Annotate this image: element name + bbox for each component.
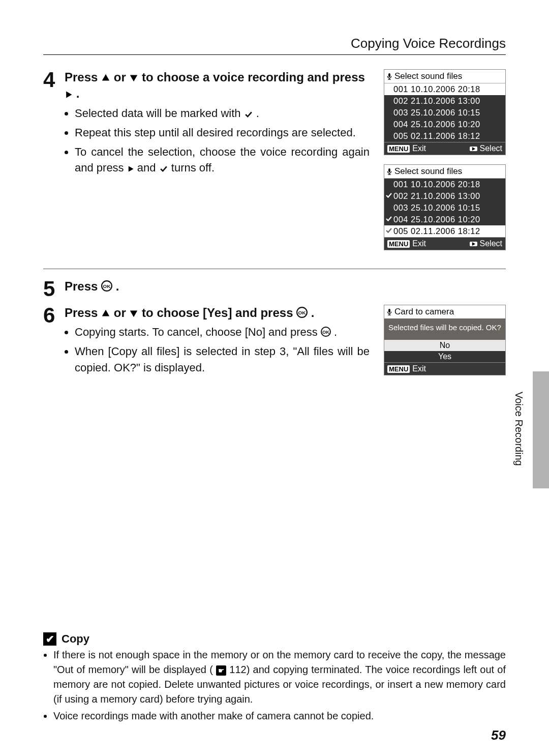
lcd-confirm: Card to camera Selected files will be co… — [384, 305, 506, 375]
menu-badge: MENU — [387, 145, 410, 153]
play-badge-icon — [470, 147, 477, 151]
lcd-footer: MENU Exit Select — [384, 237, 505, 250]
text: . — [116, 279, 119, 293]
step-number: 6 — [43, 305, 57, 326]
lcd-footer: MENU Exit Select — [384, 142, 505, 155]
note-check-icon: ✔ — [43, 632, 56, 646]
option-yes: Yes — [384, 351, 505, 362]
play-badge-icon — [470, 242, 477, 246]
list-item: 001 10.10.2006 20:18 — [384, 179, 505, 190]
check-icon — [386, 226, 392, 235]
note-bullet: If there is not enough space in the memo… — [53, 648, 506, 707]
ok-button-icon — [296, 307, 308, 318]
note-title: Copy — [62, 632, 89, 646]
note-block: ✔ Copy If there is not enough space in t… — [43, 632, 506, 725]
lcd-list: 001 10.10.2006 20:18002 21.10.2006 13:00… — [384, 83, 505, 142]
text: Press — [65, 279, 101, 293]
text: Select sound files — [394, 166, 462, 177]
text: or — [114, 306, 130, 319]
list-item: 005 02.11.2006 18:12 — [384, 130, 505, 142]
step-bullets: Copying starts. To cancel, choose [No] a… — [65, 324, 370, 376]
check-icon — [244, 111, 253, 118]
confirm-message: Selected files will be copied. OK? — [384, 318, 505, 340]
lcd-title: Card to camera — [384, 305, 505, 318]
lcd-footer: MENU Exit — [384, 362, 505, 375]
lcd-preview-2: Select sound files 001 10.10.2006 20:180… — [384, 164, 506, 250]
list-item: 004 25.10.2006 10:20 — [384, 119, 505, 130]
text: to choose [Yes] and press — [142, 306, 296, 319]
text: turns off. — [171, 161, 215, 174]
text: To cancel the selection, choose the voic… — [75, 146, 370, 175]
step-heading: Press . — [65, 278, 506, 295]
manual-page: Copying Voice Recordings 4 Press or to c… — [0, 0, 549, 756]
step-heading: Press or to choose [Yes] and press . — [65, 305, 370, 321]
triangle-down-icon — [129, 73, 138, 82]
note-heading: ✔ Copy — [43, 632, 506, 646]
list-item: 001 10.10.2006 20:18 — [384, 83, 505, 95]
menu-badge: MENU — [387, 365, 410, 373]
text: and — [137, 161, 159, 174]
text: . — [256, 107, 259, 120]
text: Selected data will be marked with — [75, 107, 244, 120]
exit-label: Exit — [412, 239, 426, 248]
mic-icon — [386, 73, 392, 80]
text: . — [334, 326, 337, 338]
option-no: No — [384, 340, 505, 351]
check-icon — [386, 215, 392, 223]
section-label: Voice Recording — [513, 392, 525, 466]
page-title: Copying Voice Recordings — [43, 36, 506, 51]
text: Select sound files — [394, 71, 462, 81]
text: Copying starts. To cancel, choose [No] a… — [75, 326, 321, 338]
reference-icon: ☛ — [216, 665, 226, 676]
step-number: 4 — [43, 69, 57, 91]
step-heading: Press or to choose a voice recording and… — [65, 69, 370, 102]
menu-badge: MENU — [387, 240, 410, 248]
check-icon — [386, 191, 392, 200]
text: Card to camera — [394, 307, 454, 317]
text: . — [311, 306, 315, 319]
step-bullets: Selected data will be marked with . Repe… — [65, 105, 370, 177]
select-label: Select — [480, 239, 502, 248]
list-item: 005 02.11.2006 18:12 — [384, 225, 505, 237]
text: Repeat this step until all desired recor… — [75, 125, 370, 141]
ok-button-icon — [321, 327, 331, 337]
check-icon — [159, 165, 168, 172]
list-item: 004 25.10.2006 10:20 — [384, 214, 505, 225]
triangle-right-icon — [65, 91, 73, 99]
list-item: 003 25.10.2006 10:15 — [384, 202, 505, 214]
exit-label: Exit — [412, 144, 426, 153]
header-rule — [43, 54, 506, 55]
exit-label: Exit — [412, 364, 426, 373]
lcd-preview-1: Select sound files 001 10.10.2006 20:180… — [384, 69, 506, 155]
page-number: 59 — [491, 728, 506, 743]
thumb-tab — [533, 371, 549, 488]
lcd-title: Select sound files — [384, 70, 505, 83]
list-item: 002 21.10.2006 13:00 — [384, 190, 505, 202]
mic-icon — [386, 168, 392, 176]
step-number: 5 — [43, 278, 57, 300]
text: Press — [65, 306, 101, 319]
lcd-title: Select sound files — [384, 165, 505, 179]
list-item: 003 25.10.2006 10:15 — [384, 107, 505, 119]
text: When [Copy all files] is selected in ste… — [75, 343, 370, 376]
text: to choose a voice recording and press — [142, 70, 365, 84]
mic-icon — [386, 308, 392, 316]
ok-button-icon — [101, 280, 112, 292]
triangle-down-icon — [129, 309, 138, 318]
text: . — [76, 86, 80, 100]
list-item: 002 21.10.2006 13:00 — [384, 95, 505, 107]
triangle-right-icon — [127, 165, 134, 172]
note-bullet: Voice recordings made with another make … — [53, 709, 506, 723]
select-label: Select — [480, 144, 502, 153]
text: Press — [65, 70, 101, 84]
triangle-up-icon — [101, 73, 110, 82]
triangle-up-icon — [101, 309, 110, 318]
text: or — [114, 70, 130, 84]
lcd-list: 001 10.10.2006 20:18002 21.10.2006 13:00… — [384, 179, 505, 237]
